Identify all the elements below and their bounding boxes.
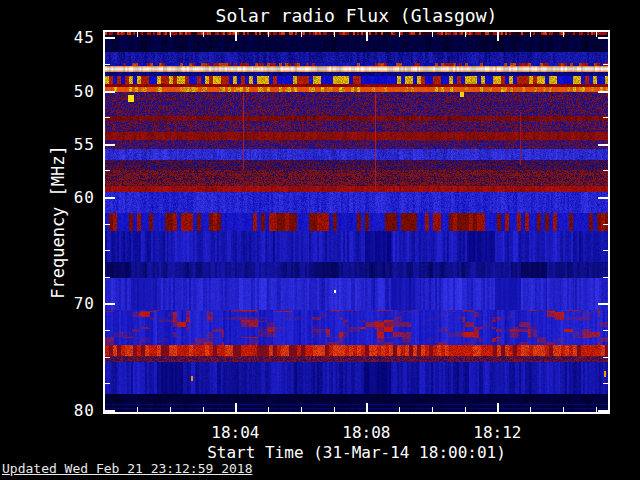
- y-tick-label: 80: [0, 401, 95, 420]
- y-tick-label: 50: [0, 82, 95, 101]
- y-tick-label: 60: [0, 188, 95, 207]
- spectrogram-canvas: [105, 32, 608, 412]
- page-title: Solar radio Flux (Glasgow): [103, 5, 610, 26]
- x-tick-label: 18:04: [193, 423, 277, 442]
- x-tick-label: 18:12: [455, 423, 539, 442]
- y-tick-label: 45: [0, 28, 95, 47]
- x-axis-label: Start Time (31-Mar-14 18:00:01): [103, 443, 610, 462]
- updated-timestamp: Updated Wed Feb 21 23:12:59 2018: [2, 461, 252, 476]
- x-tick-label: 18:08: [324, 423, 408, 442]
- y-axis-label: Frequency [MHz]: [48, 145, 68, 299]
- y-tick-label: 70: [0, 294, 95, 313]
- y-tick-label: 55: [0, 135, 95, 154]
- plot-area: [103, 30, 610, 414]
- spectrogram-page: Solar radio Flux (Glasgow) Frequency [MH…: [0, 0, 640, 480]
